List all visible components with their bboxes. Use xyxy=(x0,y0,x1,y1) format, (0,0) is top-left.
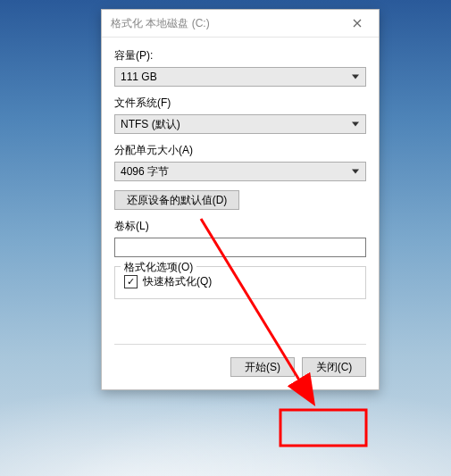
quick-format-checkbox[interactable]: ✓ 快速格式化(Q) xyxy=(124,274,356,289)
close-icon[interactable] xyxy=(339,11,375,36)
allocation-field: 分配单元大小(A) 4096 字节 xyxy=(114,143,366,181)
quick-format-label: 快速格式化(Q) xyxy=(143,274,212,289)
format-options-legend: 格式化选项(O) xyxy=(121,260,196,275)
capacity-select[interactable]: 111 GB xyxy=(114,67,366,87)
titlebar[interactable]: 格式化 本地磁盘 (C:) xyxy=(102,10,379,38)
start-button[interactable]: 开始(S) xyxy=(230,357,295,377)
volume-label-input[interactable] xyxy=(114,238,366,257)
volume-label-label: 卷标(L) xyxy=(114,219,366,234)
format-dialog: 格式化 本地磁盘 (C:) 容量(P): 111 GB 文件系统(F) NTFS… xyxy=(101,9,380,390)
allocation-value: 4096 字节 xyxy=(121,165,169,178)
restore-defaults-button[interactable]: 还原设备的默认值(D) xyxy=(114,190,239,210)
capacity-label: 容量(P): xyxy=(114,48,366,63)
allocation-select[interactable]: 4096 字节 xyxy=(114,162,366,181)
allocation-label: 分配单元大小(A) xyxy=(114,143,366,158)
filesystem-field: 文件系统(F) NTFS (默认) xyxy=(114,96,366,134)
capacity-value: 111 GB xyxy=(121,71,157,83)
filesystem-label: 文件系统(F) xyxy=(114,96,366,111)
separator xyxy=(114,344,366,345)
dialog-body: 容量(P): 111 GB 文件系统(F) NTFS (默认) 分配单元大小(A… xyxy=(102,38,379,389)
checkbox-icon: ✓ xyxy=(124,275,138,288)
filesystem-select[interactable]: NTFS (默认) xyxy=(114,114,366,134)
window-title: 格式化 本地磁盘 (C:) xyxy=(111,16,210,31)
filesystem-value: NTFS (默认) xyxy=(121,118,180,130)
format-options-group: 格式化选项(O) ✓ 快速格式化(Q) xyxy=(114,266,366,299)
capacity-field: 容量(P): 111 GB xyxy=(114,48,366,87)
volume-label-field: 卷标(L) xyxy=(114,219,366,257)
dialog-footer: 开始(S) 关闭(C) xyxy=(114,357,366,377)
close-button[interactable]: 关闭(C) xyxy=(302,357,366,377)
